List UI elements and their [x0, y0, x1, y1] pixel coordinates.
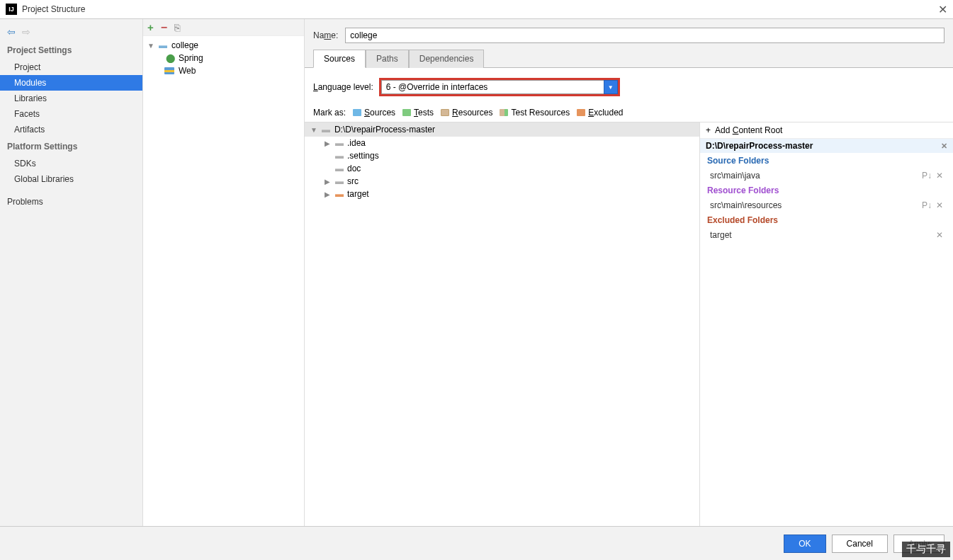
folder-icon: ▬ — [335, 164, 344, 173]
tabs: Sources Paths Dependencies — [305, 49, 953, 68]
titlebar: IJ Project Structure ✕ — [0, 0, 953, 19]
tree-item-label: Spring — [179, 53, 203, 63]
nav-sdks[interactable]: SDKs — [0, 156, 142, 171]
test-resources-icon — [500, 109, 508, 116]
source-folder-item[interactable]: src\main\javaP↓✕ — [700, 168, 953, 183]
folder-icon: ▬ — [335, 151, 344, 161]
tree-root[interactable]: ▼ ▬ college — [143, 39, 304, 52]
sidebar: ⇦ ⇨ Project Settings Project Modules Lib… — [0, 19, 143, 526]
mark-resources[interactable]: Resources — [441, 108, 492, 118]
chevron-down-icon[interactable]: ▼ — [604, 80, 618, 94]
nav-artifacts[interactable]: Artifacts — [0, 122, 142, 137]
expand-icon[interactable]: ▼ — [310, 126, 317, 134]
language-level-label: Language level: — [313, 82, 373, 92]
plus-icon: + — [706, 125, 711, 135]
ok-button[interactable]: OK — [784, 535, 825, 553]
sources-icon — [353, 109, 361, 116]
language-level-value: 6 - @Override in interfaces — [381, 80, 604, 94]
tree-item-web[interactable]: Web — [143, 64, 304, 77]
mark-as-label: Mark as: — [313, 108, 346, 118]
mark-tests[interactable]: Tests — [402, 108, 434, 118]
expand-icon[interactable]: ▼ — [147, 42, 154, 50]
properties-icon[interactable]: P↓ — [922, 200, 932, 210]
watermark: 千与千寻 — [902, 542, 950, 557]
window-title: Project Structure — [22, 4, 85, 14]
app-icon: IJ — [6, 4, 17, 15]
expand-icon[interactable]: ▶ — [325, 139, 332, 147]
back-icon[interactable]: ⇦ — [7, 26, 16, 38]
tab-sources[interactable]: Sources — [313, 50, 366, 68]
language-level-row: Language level: 6 - @Override in interfa… — [305, 68, 953, 103]
add-icon[interactable]: + — [147, 21, 154, 33]
copy-icon[interactable]: ⎘ — [174, 22, 180, 33]
mark-excluded[interactable]: Excluded — [577, 108, 623, 118]
files-item[interactable]: ▶▬target — [305, 188, 699, 200]
files-item[interactable]: ▶▬.idea — [305, 137, 699, 149]
tab-body: Language level: 6 - @Override in interfa… — [305, 68, 953, 526]
expand-icon[interactable]: ▶ — [325, 178, 332, 185]
module-tree-panel: + − ⎘ ▼ ▬ college ⬤ Spring Web — [143, 19, 305, 526]
excluded-folder-item[interactable]: target✕ — [700, 228, 953, 242]
section-project-settings: Project Settings — [0, 41, 142, 59]
language-level-combo[interactable]: 6 - @Override in interfaces ▼ — [379, 78, 620, 96]
close-icon[interactable]: ✕ — [938, 3, 947, 16]
files-root-row[interactable]: ▼ ▬ D:\D\repairProcess-master — [305, 122, 699, 137]
files-item[interactable]: ▶▬src — [305, 175, 699, 188]
properties-icon[interactable]: P↓ — [922, 171, 932, 181]
section-platform-settings: Platform Settings — [0, 137, 142, 156]
tests-icon — [402, 109, 411, 116]
excluded-folders-title: Excluded Folders — [700, 212, 953, 228]
tree-item-spring[interactable]: ⬤ Spring — [143, 52, 304, 64]
folder-icon: ▬ — [335, 189, 344, 199]
resource-folder-item[interactable]: src\main\resourcesP↓✕ — [700, 198, 953, 212]
add-content-root[interactable]: +Add Content Root — [700, 122, 953, 139]
folder-icon: ▬ — [322, 125, 330, 135]
remove-icon[interactable]: ✕ — [936, 230, 943, 240]
web-icon — [164, 67, 176, 74]
content-panel: Name: Sources Paths Dependencies Languag… — [305, 19, 953, 526]
name-row: Name: — [305, 19, 953, 49]
remove-icon[interactable]: ✕ — [936, 200, 943, 210]
folder-icon: ▬ — [335, 138, 344, 148]
module-tree: ▼ ▬ college ⬤ Spring Web — [143, 36, 304, 80]
files-item[interactable]: ▬.settings — [305, 149, 699, 162]
nav-facets[interactable]: Facets — [0, 106, 142, 122]
forward-icon: ⇨ — [22, 26, 30, 38]
mark-as-row: Mark as: Sources Tests Resources Test Re… — [305, 103, 953, 122]
remove-icon[interactable]: ✕ — [941, 142, 947, 151]
spring-icon: ⬤ — [164, 53, 176, 63]
nav-project[interactable]: Project — [0, 59, 142, 75]
content-root-row[interactable]: D:\D\repairProcess-master✕ — [700, 139, 953, 153]
nav-modules[interactable]: Modules — [0, 75, 142, 91]
expand-icon[interactable]: ▶ — [325, 190, 332, 198]
mark-sources[interactable]: Sources — [353, 108, 395, 118]
folder-icon: ▬ — [335, 176, 344, 186]
files-tree: ▼ ▬ D:\D\repairProcess-master ▶▬.idea ▬.… — [305, 122, 700, 526]
cancel-button[interactable]: Cancel — [832, 535, 888, 553]
footer: OK Cancel Apply — [0, 526, 953, 560]
content-roots-panel: +Add Content Root D:\D\repairProcess-mas… — [700, 122, 953, 526]
remove-icon[interactable]: − — [161, 21, 167, 34]
resources-icon — [441, 109, 449, 116]
nav-libraries[interactable]: Libraries — [0, 91, 142, 106]
tree-root-label: college — [171, 40, 198, 50]
source-folders-title: Source Folders — [700, 153, 953, 168]
mark-test-resources[interactable]: Test Resources — [500, 108, 570, 118]
files-item[interactable]: ▬doc — [305, 162, 699, 175]
tab-paths[interactable]: Paths — [366, 50, 409, 68]
nav-global-libraries[interactable]: Global Libraries — [0, 171, 142, 187]
name-label: Name: — [313, 30, 338, 40]
folder-icon: ▬ — [157, 40, 169, 50]
nav-problems[interactable]: Problems — [0, 194, 142, 210]
name-input[interactable] — [345, 28, 944, 43]
tab-dependencies[interactable]: Dependencies — [409, 50, 485, 68]
files-root-label: D:\D\repairProcess-master — [334, 125, 435, 135]
excluded-icon — [577, 109, 585, 116]
nav-history: ⇦ ⇨ — [0, 23, 142, 41]
remove-icon[interactable]: ✕ — [936, 171, 943, 181]
tree-item-label: Web — [179, 66, 196, 76]
tree-toolbar: + − ⎘ — [143, 19, 304, 36]
resource-folders-title: Resource Folders — [700, 183, 953, 198]
